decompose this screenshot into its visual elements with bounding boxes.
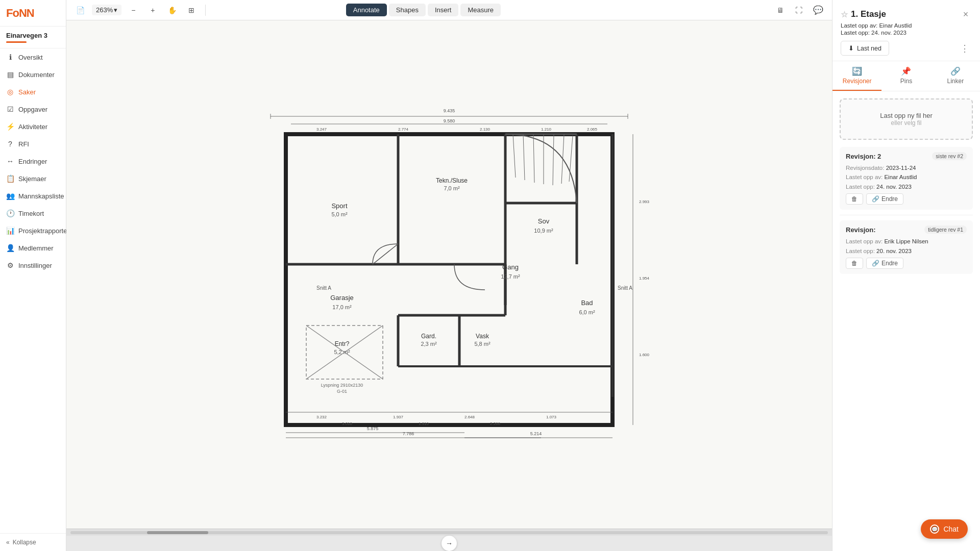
main-area: 📄 263% ▾ − + ✋ ⊞ AnnotateShapesInsertMea… [66,0,832,551]
pan-button[interactable]: ✋ [164,3,180,18]
revisions-container: Revisjon: 2 siste rev #2 Revisjonsdato: … [832,147,980,279]
sidebar-item-rfi[interactable]: ?RFI [0,135,66,153]
revision-divider-0 [840,215,973,215]
revision-delete-btn-0[interactable]: 🗑 [846,193,863,205]
sidebar-item-oppgaver[interactable]: ☑Oppgaver [0,101,66,118]
panel-tab-pins[interactable]: 📌Pins [881,61,930,91]
svg-text:2.648: 2.648 [464,415,475,419]
zoom-in-button[interactable]: + [145,3,160,18]
oversikt-label: Oversikt [18,54,43,61]
download-row: ⬇ Last ned ⋮ [841,41,972,56]
chat-fab-button[interactable]: 💬 Chat [921,519,968,539]
logo: FoNN [0,0,66,27]
oppgaver-icon: ☑ [6,105,14,113]
more-options-button[interactable]: ⋮ [958,41,972,56]
canvas-area: 9.435 9.580 3.247 2.774 2.130 1.210 2.06… [66,20,832,551]
svg-text:12,7  m²: 12,7 m² [501,273,520,280]
svg-text:Vask: Vask [476,333,489,340]
svg-text:G-01: G-01 [337,389,347,394]
dokumenter-icon: ▤ [6,70,14,79]
svg-text:2.993: 2.993 [639,199,650,204]
panel-uploaded-by: Lastet opp av: Einar Austlid [841,22,972,29]
monitor-icon-button[interactable]: 🖥 [773,3,788,18]
upload-area[interactable]: Last opp ny fil her eller velg fil [840,98,973,140]
svg-rect-0 [240,101,658,448]
endringer-label: Endringer [18,158,47,165]
svg-text:17,0  m²: 17,0 m² [332,304,352,310]
panel-tab-revisjoner[interactable]: 🔄Revisjoner [832,61,881,91]
sidebar-item-endringer[interactable]: ↔Endringer [0,153,66,170]
revision-title-row-1: Revisjon: tidligere rev #1 [846,226,967,234]
svg-text:Sov: Sov [538,217,550,225]
sidebar-item-dokumenter[interactable]: ▤Dokumenter [0,66,66,83]
zoom-value: 263% [96,6,113,14]
revision-item-0: Revisjon: 2 siste rev #2 Revisjonsdato: … [840,147,973,210]
svg-text:1.073: 1.073 [546,415,557,419]
collapse-button[interactable]: « Kollapse [0,533,66,551]
svg-text:10,9  m²: 10,9 m² [534,228,553,234]
sidebar-item-skjemaer[interactable]: 📋Skjemaer [0,170,66,187]
revision-edit-btn-0[interactable]: 🔗 Endre [866,193,903,205]
annotate-btn-annotate[interactable]: Annotate [346,4,387,16]
revision-meta-1: Lastet opp av: Erik Lippe Nilsen Lastet … [846,237,967,256]
collapse-icon: « [6,539,10,546]
sidebar: FoNN Einarvegen 3 ℹOversikt▤Dokumenter◎S… [0,0,66,551]
comment-button[interactable]: 💬 [811,3,826,18]
sidebar-item-timekort[interactable]: 🕐Timekort [0,205,66,222]
annotate-btn-insert[interactable]: Insert [428,4,459,16]
svg-text:Sport: Sport [331,202,347,210]
sidebar-item-mannskapsliste[interactable]: 👥Mannskapsliste [0,187,66,205]
svg-text:1.954: 1.954 [639,276,650,281]
svg-text:9.580: 9.580 [444,118,455,123]
revision-title-row-0: Revisjon: 2 siste rev #2 [846,152,967,160]
zoom-out-button[interactable]: − [126,3,141,18]
logo-text: FoNN [6,7,34,20]
linker-tab-icon: 🔗 [950,66,961,76]
medlemmer-icon: 👤 [6,244,14,252]
annotate-btn-shapes[interactable]: Shapes [389,4,426,16]
page-icon-button[interactable]: 📄 [72,3,88,18]
panel-header: ☆ 1. Etasje × Lastet opp av: Einar Austl… [832,0,980,61]
svg-text:5,8  m²: 5,8 m² [474,341,491,347]
expand-button[interactable]: ⛶ [791,3,806,18]
download-button[interactable]: ⬇ Last ned [841,41,889,56]
svg-text:3.010: 3.010 [342,421,353,426]
sidebar-item-saker[interactable]: ◎Saker [0,83,66,101]
scrollbar-track [70,531,828,534]
svg-text:2.130: 2.130 [480,127,491,132]
svg-text:7,0  m²: 7,0 m² [444,185,460,191]
saker-icon: ◎ [6,88,14,96]
scrollbar-thumb[interactable] [147,531,208,534]
svg-text:Tekn./Sluse: Tekn./Sluse [436,177,468,184]
select-button[interactable]: ⊞ [184,3,199,18]
horizontal-scrollbar[interactable] [66,529,832,536]
close-button[interactable]: × [960,8,972,20]
revision-title-0: Revisjon: 2 [846,153,881,160]
svg-text:2,3  m²: 2,3 m² [421,341,437,347]
sidebar-item-aktiviteter[interactable]: ⚡Aktiviteter [0,118,66,135]
sidebar-item-prosjektrapporter[interactable]: 📊Prosjektrapporter [0,222,66,239]
nav-arrow-button[interactable]: → [442,536,457,551]
svg-text:3.232: 3.232 [316,415,327,419]
mannskapsliste-icon: 👥 [6,192,14,200]
svg-text:2.774: 2.774 [398,127,409,132]
revision-actions-1: 🗑 🔗 Endre [846,258,967,269]
nav-bar: → [66,536,832,551]
sidebar-item-medlemmer[interactable]: 👤Medlemmer [0,239,66,257]
revision-delete-btn-1[interactable]: 🗑 [846,258,863,269]
prosjektrapporter-icon: 📊 [6,227,14,235]
floor-plan-container: 9.435 9.580 3.247 2.774 2.130 1.210 2.06… [240,101,658,448]
sidebar-item-innstillinger[interactable]: ⚙Innstillinger [0,257,66,274]
chat-circle-icon: 💬 [930,524,939,534]
svg-text:1.600: 1.600 [639,353,650,357]
revision-edit-btn-1[interactable]: 🔗 Endre [866,258,903,269]
star-icon[interactable]: ☆ [841,10,848,19]
panel-tab-linker[interactable]: 🔗Linker [931,61,980,91]
annotate-btn-measure[interactable]: Measure [460,4,501,16]
linker-tab-label: Linker [947,78,964,85]
zoom-display: 263% ▾ [92,5,121,15]
sidebar-item-oversikt[interactable]: ℹOversikt [0,48,66,66]
timekort-icon: 🕐 [6,209,14,217]
saker-label: Saker [18,88,36,96]
toolbar-right: 🖥 ⛶ [773,3,806,18]
